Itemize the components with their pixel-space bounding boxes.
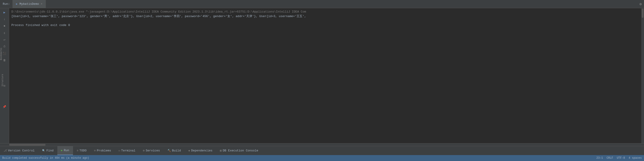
status-indent[interactable]: 4 spaces — [628, 156, 642, 160]
status-position[interactable]: 23:1 — [596, 156, 603, 160]
toolbar-item-problems[interactable]: ⊙ Problems — [90, 146, 115, 155]
console-area: D:\Environments\jdk-11.0.0.1\bin\java.ex… — [9, 8, 641, 143]
services-icon: ⚙ — [143, 149, 144, 152]
active-tab[interactable]: ▶ MybatisDemo × — [12, 0, 46, 8]
toolbar-label-dependencies: Dependencies — [191, 149, 212, 152]
tab-bar-right: ⚙ — [640, 2, 644, 7]
bottom-toolbar: ⎇ Version Control 🔍 Find ▶ Run ≡ TODO ⊙ … — [0, 146, 644, 155]
toolbar-item-dependencies[interactable]: ◈ Dependencies — [185, 146, 216, 155]
sidebar: ▶ ↓ ■ ⇕ ↩ ⎙ ⬛ 🗑 ⊟ 📌 Bookmarks Structure — [0, 8, 9, 143]
h-scrollbar-thumb[interactable] — [9, 144, 46, 146]
structure-label: Structure — [1, 74, 4, 86]
tab-icon: ▶ — [16, 2, 18, 6]
pin-icon[interactable]: 📌 — [1, 103, 8, 110]
toolbar-label-terminal: Terminal — [121, 149, 136, 152]
scroll-down-icon[interactable]: ↓ — [1, 16, 8, 22]
soft-wrap-icon[interactable]: ↩ — [1, 37, 8, 43]
horizontal-scrollbar[interactable] — [0, 143, 644, 146]
toolbar-item-terminal[interactable]: ▭ Terminal — [115, 146, 139, 155]
toolbar-item-todo[interactable]: ≡ TODO — [73, 146, 90, 155]
bookmarks-label: Bookmarks — [0, 48, 2, 60]
scrollbar-thumb[interactable] — [642, 9, 644, 18]
console-line-1: D:\Environments\jdk-11.0.0.1\bin\java.ex… — [12, 10, 639, 14]
toolbar-label-db-execution: DB Execution Console — [223, 149, 258, 152]
problems-icon: ⊙ — [94, 149, 96, 152]
toolbar-item-db-execution[interactable]: ▤ DB Execution Console — [216, 146, 262, 155]
status-line-ending[interactable]: CRLF — [607, 156, 613, 160]
toolbar-label-find: Find — [46, 149, 54, 152]
tab-bar: Run: ▶ MybatisDemo × ⚙ — [0, 0, 644, 8]
tab-bar-left: Run: ▶ MybatisDemo × — [0, 0, 46, 8]
version-control-icon: ⎇ — [4, 149, 7, 152]
toolbar-item-run[interactable]: ▶ Run — [57, 146, 73, 155]
dependencies-icon: ◈ — [188, 149, 190, 152]
h-scrollbar-track — [9, 144, 635, 146]
toolbar-label-todo: TODO — [80, 149, 86, 152]
vertical-scrollbar[interactable] — [641, 8, 644, 143]
toolbar-label-version-control: Version Control — [8, 149, 34, 152]
run-label: Run: — [0, 2, 12, 6]
status-bar: Build completed successfully in 404 ms (… — [0, 155, 644, 161]
todo-icon: ≡ — [77, 149, 78, 152]
console-line-2: [User{id=1, username='张三', password='123… — [12, 14, 639, 19]
tab-close-button[interactable]: × — [41, 3, 42, 6]
toolbar-label-problems: Problems — [97, 149, 111, 152]
toolbar-label-services: Services — [146, 149, 160, 152]
toolbar-label-run: Run — [64, 149, 69, 152]
status-build-message: Build completed successfully in 404 ms (… — [2, 156, 89, 160]
toolbar-label-build: Build — [172, 149, 181, 152]
stop-icon[interactable]: ■ — [1, 23, 8, 29]
run-toolbar-icon: ▶ — [61, 149, 62, 152]
main-area: ▶ ↓ ■ ⇕ ↩ ⎙ ⬛ 🗑 ⊟ 📌 Bookmarks Structure … — [0, 8, 644, 143]
console-line-3 — [12, 19, 639, 23]
toolbar-item-build[interactable]: 🔨 Build — [164, 146, 185, 155]
toolbar-item-services[interactable]: ⚙ Services — [139, 146, 164, 155]
toolbar-item-find[interactable]: 🔍 Find — [38, 146, 57, 155]
run-icon[interactable]: ▶ — [1, 9, 8, 16]
toolbar-item-version-control[interactable]: ⎇ Version Control — [0, 146, 38, 155]
scroll-lock-icon[interactable]: ⇕ — [1, 30, 8, 36]
terminal-icon: ▭ — [118, 149, 120, 152]
find-icon: 🔍 — [42, 149, 45, 152]
console-line-4: Process finished with exit code 0 — [12, 23, 639, 28]
settings-icon[interactable]: ⚙ — [640, 2, 642, 7]
db-execution-icon: ▤ — [220, 149, 222, 152]
status-right: 23:1 CRLF UTF-8 4 spaces — [596, 156, 642, 160]
build-icon: 🔨 — [168, 149, 171, 152]
status-encoding[interactable]: UTF-8 — [617, 156, 625, 160]
tab-title: MybatisDemo — [19, 2, 39, 6]
